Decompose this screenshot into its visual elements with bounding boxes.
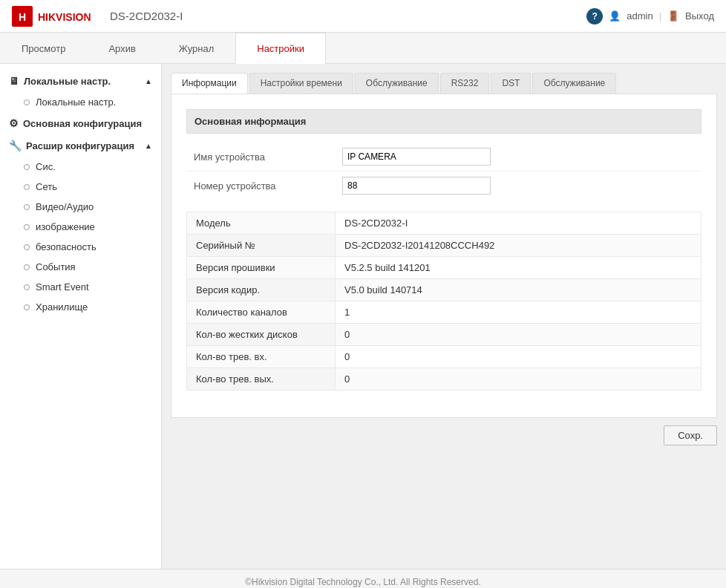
sidebar-item-security[interactable]: безопасность bbox=[0, 237, 161, 257]
wrench-icon: 🔧 bbox=[9, 140, 22, 151]
sidebar-item-smart-event[interactable]: Smart Event bbox=[0, 277, 161, 297]
separator: | bbox=[659, 10, 661, 22]
content-tab-service[interactable]: Обслуживание bbox=[532, 73, 616, 94]
dot-icon-video bbox=[24, 204, 30, 210]
tab-journal[interactable]: Журнал bbox=[157, 33, 235, 63]
tab-preview[interactable]: Просмотр bbox=[0, 33, 87, 63]
table-row: Имя устройства bbox=[186, 143, 702, 172]
table-row: Версия прошивки V5.2.5 build 141201 bbox=[187, 257, 702, 279]
help-button[interactable]: ? bbox=[586, 8, 603, 24]
logout-icon: 🚪 bbox=[667, 10, 679, 22]
dot-icon-events bbox=[24, 264, 30, 270]
serial-label: Серийный № bbox=[187, 235, 336, 257]
alarm-in-label: Кол-во трев. вх. bbox=[187, 346, 336, 368]
table-row: Номер устройства bbox=[186, 172, 702, 200]
tab-settings[interactable]: Настройки bbox=[235, 33, 326, 64]
svg-text:HIKVISION: HIKVISION bbox=[38, 11, 91, 23]
sidebar-smart-label: Smart Event bbox=[36, 281, 89, 293]
table-row: Кол-во жестких дисков 0 bbox=[187, 324, 702, 346]
serial-value: DS-2CD2032-I20141208CCCH492 bbox=[336, 235, 702, 257]
dot-icon-sys bbox=[24, 164, 30, 170]
dot-icon-security bbox=[24, 244, 30, 250]
nav-tabs: Просмотр Архив Журнал Настройки bbox=[0, 33, 726, 64]
sidebar-item-local-settings[interactable]: Локальные настр. bbox=[0, 92, 161, 112]
sidebar-local-label: Локальные настр. bbox=[24, 76, 111, 87]
alarm-out-value: 0 bbox=[336, 368, 702, 391]
model-value: DS-2CD2032-I bbox=[336, 212, 702, 235]
sidebar-section-basic[interactable]: ⚙ Основная конфигурация bbox=[0, 112, 161, 134]
header-left: H HIKVISION DS-2CD2032-I bbox=[12, 6, 183, 27]
firmware-label: Версия прошивки bbox=[187, 257, 336, 279]
sidebar-video-label: Видео/Аудио bbox=[36, 201, 94, 212]
logout-button[interactable]: Выход bbox=[685, 10, 714, 22]
sidebar-item-net[interactable]: Сеть bbox=[0, 177, 161, 197]
sidebar-item-image[interactable]: изображение bbox=[0, 217, 161, 237]
channels-label: Количество каналов bbox=[187, 301, 336, 324]
channels-value: 1 bbox=[336, 301, 702, 324]
device-name-input[interactable] bbox=[342, 148, 491, 166]
save-section: Сохр. bbox=[171, 418, 717, 453]
dot-icon-smart bbox=[24, 284, 30, 290]
table-row: Серийный № DS-2CD2032-I20141208CCCH492 bbox=[187, 235, 702, 257]
dot-icon-storage bbox=[24, 304, 30, 310]
dot-icon bbox=[24, 99, 30, 105]
sidebar-advanced-label: Расшир конфигурация bbox=[26, 140, 134, 151]
content-tab-time[interactable]: Настройки времени bbox=[249, 73, 353, 94]
device-name-cell bbox=[335, 143, 702, 172]
sidebar-section-advanced[interactable]: 🔧 Расшир конфигурация ▲ bbox=[0, 134, 161, 157]
model-label: Модель bbox=[187, 212, 336, 235]
svg-text:H: H bbox=[19, 11, 26, 23]
hikvision-logo-icon: H HIKVISION bbox=[12, 6, 101, 27]
chevron-up-icon-2: ▲ bbox=[145, 142, 152, 150]
content-tab-maintenance[interactable]: Обслуживание bbox=[355, 73, 439, 94]
sidebar-item-events[interactable]: События bbox=[0, 257, 161, 277]
header: H HIKVISION DS-2CD2032-I ? 👤 admin | 🚪 В… bbox=[0, 0, 726, 33]
content-area: Информации Настройки времени Обслуживани… bbox=[162, 64, 726, 569]
model-name: DS-2CD2032-I bbox=[110, 10, 183, 22]
logo: H HIKVISION bbox=[12, 6, 101, 27]
dot-icon-image bbox=[24, 224, 30, 230]
sidebar-item-storage[interactable]: Хранилище bbox=[0, 297, 161, 317]
codec-value: V5.0 build 140714 bbox=[336, 279, 702, 301]
device-info-table: Модель DS-2CD2032-I Серийный № DS-2CD203… bbox=[186, 212, 702, 391]
sidebar-sys-label: Сис. bbox=[36, 161, 56, 172]
hdd-label: Кол-во жестких дисков bbox=[187, 324, 336, 346]
device-number-cell bbox=[335, 172, 702, 200]
gear-icon: ⚙ bbox=[9, 117, 19, 129]
codec-label: Версия кодир. bbox=[187, 279, 336, 301]
device-number-input[interactable] bbox=[342, 177, 491, 195]
save-button[interactable]: Сохр. bbox=[664, 425, 717, 445]
sidebar-item-video-audio[interactable]: Видео/Аудио bbox=[0, 197, 161, 217]
footer: ©Hikvision Digital Technology Co., Ltd. … bbox=[0, 569, 726, 588]
content-tabs: Информации Настройки времени Обслуживани… bbox=[171, 73, 717, 94]
user-icon: 👤 bbox=[609, 10, 621, 22]
device-name-label: Имя устройства bbox=[186, 143, 335, 172]
sidebar-events-label: События bbox=[36, 261, 76, 272]
table-row: Модель DS-2CD2032-I bbox=[187, 212, 702, 235]
sidebar-security-label: безопасность bbox=[36, 241, 97, 252]
username-label: admin bbox=[627, 10, 653, 22]
sidebar-net-label: Сеть bbox=[36, 181, 57, 192]
hdd-value: 0 bbox=[336, 324, 702, 346]
content-tab-rs232[interactable]: RS232 bbox=[440, 73, 490, 94]
sidebar-basic-label: Основная конфигурация bbox=[23, 118, 142, 129]
sidebar-storage-label: Хранилище bbox=[36, 301, 88, 313]
content-tab-dst[interactable]: DST bbox=[491, 73, 531, 94]
sidebar-item-sys[interactable]: Сис. bbox=[0, 157, 161, 177]
basic-info-table: Имя устройства Номер устройства bbox=[186, 143, 702, 200]
main-layout: 🖥 Локальные настр. ▲ Локальные настр. ⚙ … bbox=[0, 64, 726, 569]
sidebar-local-settings-label: Локальные настр. bbox=[36, 97, 116, 108]
table-row: Версия кодир. V5.0 build 140714 bbox=[187, 279, 702, 301]
sidebar-section-local[interactable]: 🖥 Локальные настр. ▲ bbox=[0, 70, 161, 92]
alarm-in-value: 0 bbox=[336, 346, 702, 368]
chevron-up-icon: ▲ bbox=[145, 77, 152, 85]
table-row: Количество каналов 1 bbox=[187, 301, 702, 324]
header-right: ? 👤 admin | 🚪 Выход bbox=[586, 8, 714, 24]
footer-text: ©Hikvision Digital Technology Co., Ltd. … bbox=[245, 577, 480, 587]
section-title: Основная информация bbox=[186, 109, 702, 134]
dot-icon-net bbox=[24, 184, 30, 190]
content-tab-info[interactable]: Информации bbox=[171, 73, 248, 94]
tab-archive[interactable]: Архив bbox=[87, 33, 157, 63]
device-number-label: Номер устройства bbox=[186, 172, 335, 200]
table-row: Кол-во трев. вх. 0 bbox=[187, 346, 702, 368]
